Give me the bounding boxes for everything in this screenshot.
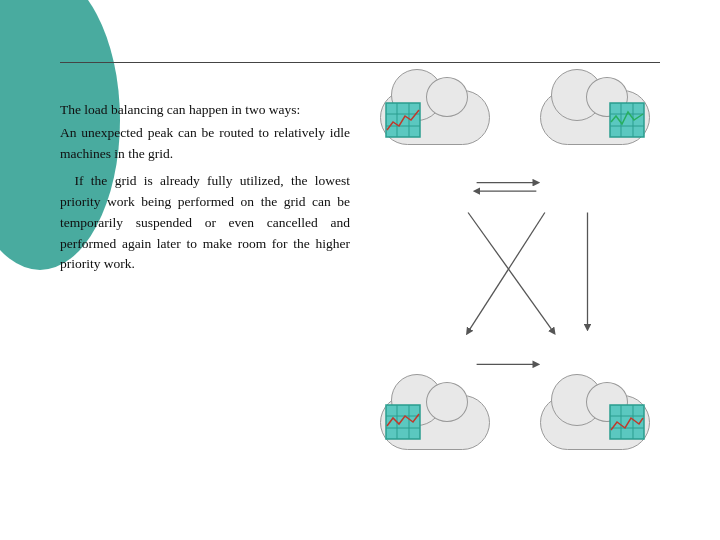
grid-icon-top-left: [385, 102, 421, 138]
grid-icon-bottom-left: [385, 404, 421, 440]
grid-icon-top-right: [609, 102, 645, 138]
grid-icon-bottom-right: [609, 404, 645, 440]
content-area: The load balancing can happen in two way…: [60, 70, 660, 500]
svg-line-23: [468, 213, 545, 332]
svg-line-22: [468, 213, 553, 332]
text-column: The load balancing can happen in two way…: [60, 70, 350, 500]
paragraph-2: An unexpected peak can be routed to rela…: [60, 123, 350, 165]
paragraph-3: If the grid is already fully utilized, t…: [60, 171, 350, 276]
svg-rect-15: [610, 405, 644, 439]
diagram-column: [370, 70, 660, 500]
top-divider: [60, 62, 660, 63]
svg-rect-10: [386, 405, 420, 439]
svg-rect-5: [610, 103, 644, 137]
paragraph-1: The load balancing can happen in two way…: [60, 100, 350, 121]
